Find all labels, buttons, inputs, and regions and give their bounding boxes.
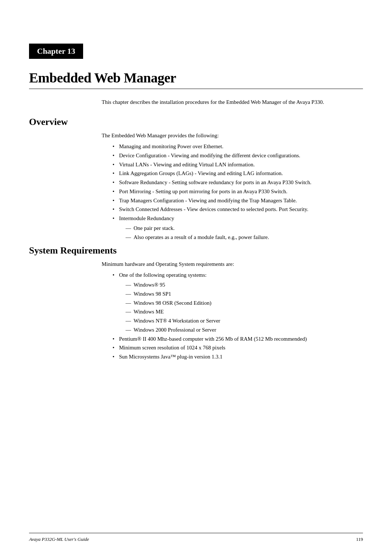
list-item: Minimum screen resolution of 1024 x 768 …: [113, 343, 363, 352]
footer-rule: [29, 533, 363, 533]
system-requirements-list: One of the following operating systems:W…: [113, 271, 363, 361]
sub-list-item: One pair per stack.: [126, 224, 363, 233]
list-item: Intermodule RedundancyOne pair per stack…: [113, 214, 363, 242]
sub-list-item: Windows NT® 4 Workstation or Server: [126, 316, 363, 325]
footer-left: Avaya P332G-ML User's Guide: [29, 536, 89, 542]
sub-list-item: Windows 98 SP1: [126, 289, 363, 299]
footer: Avaya P332G-ML User's Guide 119: [29, 536, 363, 542]
title-rule: [29, 89, 363, 89]
page: Chapter 13 Embedded Web Manager This cha…: [0, 0, 392, 555]
list-item: Switch Connected Addresses - View device…: [113, 205, 363, 214]
sub-list-item: Windows® 95: [126, 280, 363, 289]
list-item: Device Configuration - Viewing and modif…: [113, 151, 363, 160]
list-item: Sun Microsystems Java™ plug-in version 1…: [113, 352, 363, 361]
sub-list-item: Windows ME: [126, 307, 363, 316]
list-item: Virtual LANs - Viewing and editing Virtu…: [113, 160, 363, 169]
overview-intro: The Embedded Web Manager provides the fo…: [102, 131, 363, 140]
sub-list-item: Also operates as a result of a module fa…: [126, 233, 363, 242]
chapter-title: Embedded Web Manager: [29, 70, 363, 86]
list-item: Port Mirroring - Setting up port mirrori…: [113, 187, 363, 196]
overview-list: Managing and monitoring Power over Ether…: [113, 142, 363, 242]
sub-list-item: Windows 98 OSR (Second Edition): [126, 299, 363, 308]
list-item: Managing and monitoring Power over Ether…: [113, 142, 363, 151]
chapter-badge: Chapter 13: [29, 44, 83, 59]
list-item: Link Aggregation Groups (LAGs) - Viewing…: [113, 169, 363, 178]
overview-heading: Overview: [29, 117, 363, 127]
list-item: Trap Managers Configuration - Viewing an…: [113, 196, 363, 205]
system-requirements-intro: Minimum hardware and Operating System re…: [102, 260, 363, 268]
system-requirements-heading: System Requirements: [29, 245, 363, 256]
intro-text: This chapter describes the installation …: [102, 98, 363, 106]
list-item: One of the following operating systems:W…: [113, 271, 363, 334]
sub-list: Windows® 95Windows 98 SP1Windows 98 OSR …: [126, 280, 363, 335]
sub-list: One pair per stack.Also operates as a re…: [126, 224, 363, 242]
sub-list-item: Windows 2000 Professional or Server: [126, 325, 363, 335]
list-item: Software Redundancy - Setting software r…: [113, 178, 363, 187]
list-item: Pentium® II 400 Mhz-based computer with …: [113, 335, 363, 344]
footer-right: 119: [356, 536, 363, 542]
